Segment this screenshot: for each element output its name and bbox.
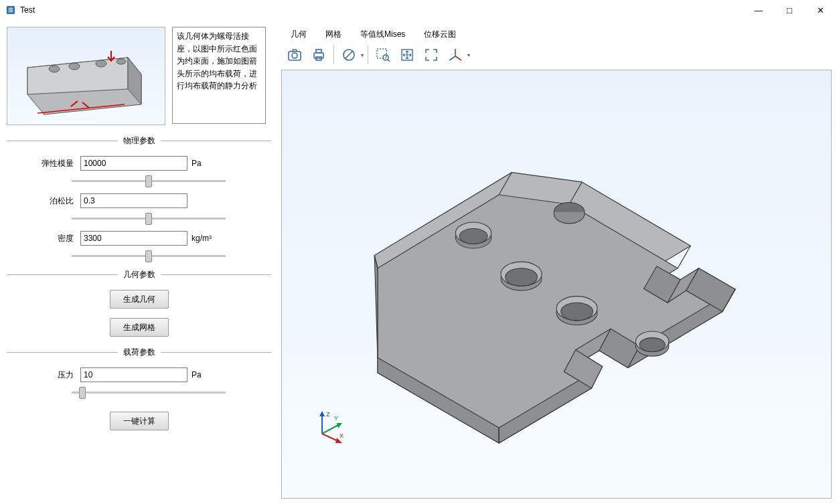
- pressure-input[interactable]: [80, 367, 187, 382]
- tab-displacement[interactable]: 位移云图: [421, 27, 459, 41]
- description-box: 该几何体为螺母活接座，以图中所示红色面为约束面，施加如图箭头所示的均布载荷，进行…: [172, 27, 266, 124]
- youngs-slider[interactable]: [72, 180, 226, 182]
- density-label: 密度: [27, 233, 80, 244]
- svg-point-51: [639, 338, 665, 352]
- maximize-button[interactable]: □: [774, 0, 805, 20]
- density-unit: kg/m³: [192, 234, 212, 243]
- disable-button[interactable]: [338, 44, 360, 66]
- svg-point-50: [561, 303, 593, 321]
- geometry-group: 几何参数 生成几何 生成网格: [7, 268, 271, 337]
- youngs-input[interactable]: [80, 156, 187, 171]
- dropdown-arrow-icon[interactable]: ▾: [467, 52, 470, 58]
- youngs-label: 弹性模量: [27, 158, 80, 169]
- youngs-unit: Pa: [192, 159, 202, 168]
- poisson-input[interactable]: [80, 193, 187, 208]
- pressure-label: 压力: [27, 369, 80, 381]
- print-button[interactable]: [308, 44, 329, 66]
- viewport-3d[interactable]: Z Y X: [281, 70, 832, 499]
- pan-button[interactable]: [396, 44, 418, 66]
- geometry-thumbnail: [7, 27, 165, 125]
- svg-point-9: [292, 53, 297, 58]
- generate-geometry-button[interactable]: 生成几何: [110, 290, 169, 309]
- svg-marker-2: [27, 58, 128, 94]
- axis-orientation-button[interactable]: [445, 44, 466, 66]
- geometry-group-label: 几何参数: [118, 269, 161, 280]
- density-slider[interactable]: [72, 255, 226, 257]
- snapshot-button[interactable]: [284, 44, 305, 66]
- right-panel: 几何 网格 等值线Mises 位移云图 ▾ ▾: [281, 27, 832, 499]
- svg-point-48: [459, 229, 487, 244]
- app-icon: [5, 5, 16, 15]
- svg-line-17: [388, 60, 390, 62]
- minimize-button[interactable]: —: [743, 0, 774, 20]
- physics-group-label: 物理参数: [118, 135, 161, 147]
- svg-point-7: [117, 59, 126, 64]
- titlebar: Test — □ ✕: [0, 0, 837, 20]
- svg-line-21: [449, 56, 455, 60]
- window-title: Test: [20, 5, 35, 15]
- load-group-label: 载荷参数: [118, 347, 161, 358]
- zoom-area-button[interactable]: [372, 44, 394, 66]
- tab-geometry[interactable]: 几何: [288, 27, 309, 41]
- density-input[interactable]: [80, 231, 187, 246]
- compute-button[interactable]: 一键计算: [110, 412, 169, 430]
- svg-rect-15: [377, 49, 386, 58]
- svg-point-4: [49, 66, 60, 72]
- svg-point-49: [506, 268, 538, 286]
- poisson-slider[interactable]: [72, 218, 226, 220]
- svg-point-5: [69, 63, 80, 70]
- tab-mesh[interactable]: 网格: [323, 27, 344, 41]
- svg-point-16: [383, 55, 388, 60]
- physics-group: 物理参数 弹性模量 Pa 泊松比 密度 kg/m³: [7, 135, 271, 259]
- dropdown-arrow-icon[interactable]: ▾: [361, 52, 364, 58]
- generate-mesh-button[interactable]: 生成网格: [110, 318, 169, 337]
- view-toolbar: ▾ ▾: [281, 41, 832, 68]
- svg-rect-11: [316, 50, 321, 53]
- tab-mises[interactable]: 等值线Mises: [358, 27, 408, 41]
- close-button[interactable]: ✕: [805, 0, 836, 20]
- pressure-slider[interactable]: [72, 392, 226, 394]
- svg-line-14: [345, 51, 353, 59]
- svg-point-6: [96, 60, 106, 67]
- content: 该几何体为螺母活接座，以图中所示红色面为约束面，施加如图箭头所示的均布载荷，进行…: [0, 20, 837, 504]
- svg-rect-10: [314, 53, 323, 58]
- zoom-extents-button[interactable]: [421, 44, 442, 66]
- tabs: 几何 网格 等值线Mises 位移云图: [281, 27, 832, 41]
- pressure-unit: Pa: [192, 370, 202, 380]
- left-panel: 该几何体为螺母活接座，以图中所示红色面为约束面，施加如图箭头所示的均布载荷，进行…: [7, 27, 271, 430]
- svg-line-20: [455, 56, 461, 60]
- poisson-label: 泊松比: [27, 195, 80, 207]
- load-group: 载荷参数 压力 Pa 一键计算: [7, 346, 271, 430]
